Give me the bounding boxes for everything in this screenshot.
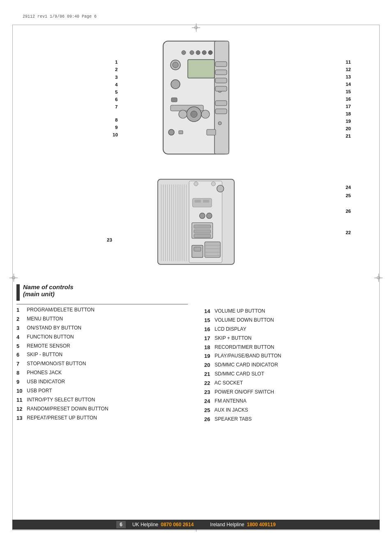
label-21: 21 [346,134,351,138]
control-label: SD/MMC CARD SLOT [213,371,264,378]
control-label: SKIP + BUTTON [213,335,251,342]
footer-left: 6 UK Helpline 0870 060 2614 [116,521,194,528]
control-number: 26 [204,416,213,423]
control-item: 9 USB INDICATOR [16,379,188,386]
control-label: USB PORT [25,388,52,394]
svg-point-44 [199,213,205,219]
controls-left: Name of controls (main unit) 1 PROGRAM/D… [16,283,188,425]
control-label: POWER ON/OFF SWITCH [213,389,274,396]
control-item: 19 PLAY/PAUSE/BAND BUTTON [204,353,376,360]
svg-point-57 [194,182,198,186]
control-item: 23 POWER ON/OFF SWITCH [204,389,376,396]
svg-rect-60 [195,200,201,203]
controls-right-list: 14 VOLUME UP BUTTON15 VOLUME DOWN BUTTON… [204,308,376,423]
label-20: 20 [346,126,351,131]
svg-point-58 [211,182,215,186]
label-23: 23 [107,237,112,242]
control-item: 3 ON/STAND BY BUTTON [16,325,188,332]
control-item: 17 SKIP + BUTTON [204,335,376,342]
svg-point-14 [191,111,197,117]
control-number: 20 [204,362,213,369]
label-1: 1 [115,60,118,64]
svg-point-16 [201,110,210,118]
svg-point-8 [173,62,178,68]
control-number: 24 [204,398,213,405]
control-item: 6 SKIP - BUTTON [16,352,188,359]
control-item: 24 FM ANTENNA [204,398,376,405]
control-item: 12 RANDOM/PRESET DOWN BUTTON [16,406,188,413]
ireland-helpline-number: 1800 409119 [247,522,276,527]
control-number: 11 [16,397,25,404]
svg-rect-11 [171,98,177,102]
label-19: 19 [346,119,351,124]
label-9: 9 [115,125,118,130]
control-item: 4 FUNCTION BUTTON [16,334,188,341]
device-front [151,37,241,160]
label-7: 7 [115,104,118,109]
control-number: 13 [16,415,25,422]
control-label: REMOTE SENSOR [25,343,70,350]
section-title-line2: (main unit) [23,290,74,297]
svg-rect-47 [194,225,211,228]
controls-right: 14 VOLUME UP BUTTON15 VOLUME DOWN BUTTON… [204,283,376,425]
footer-bar: 6 UK Helpline 0870 060 2614 Ireland Help… [12,520,380,530]
control-label: ON/STAND BY BUTTON [25,325,81,332]
divider [16,304,188,304]
control-item: 26 SPEAKER TABS [204,416,376,423]
controls-section: Name of controls (main unit) 1 PROGRAM/D… [16,283,376,425]
control-number: 21 [204,371,213,378]
control-label: SPEAKER TABS [213,416,252,423]
label-11: 11 [346,60,351,64]
svg-rect-59 [193,198,212,207]
content-wrapper: 1 2 3 4 5 6 7 8 9 10 11 12 13 14 15 16 1… [16,29,376,526]
label-12: 12 [346,67,351,72]
control-number: 10 [16,388,25,395]
svg-rect-23 [215,101,227,106]
svg-point-27 [218,122,221,125]
crosshair-right [374,274,383,282]
control-number: 2 [16,316,25,323]
control-number: 19 [204,353,213,360]
control-number: 25 [204,407,213,414]
device-back [151,168,241,275]
control-number: 7 [16,361,25,368]
control-number: 12 [16,406,25,413]
uk-helpline-number: 0870 060 2614 [161,522,194,527]
control-item: 11 INTRO/PTY SELECT BUTTON [16,397,188,404]
control-number: 3 [16,325,25,332]
svg-point-5 [202,51,206,55]
control-label: INTRO/PTY SELECT BUTTON [25,397,95,403]
svg-rect-19 [207,129,216,135]
control-number: 18 [204,344,213,351]
control-number: 5 [16,343,25,350]
svg-rect-22 [215,70,227,75]
svg-rect-61 [203,200,209,203]
control-label: LCD DISPLAY [213,326,246,333]
label-10: 10 [113,132,118,137]
control-item: 8 PHONES JACK [16,370,188,377]
svg-point-43 [217,185,224,192]
control-item: 21 SD/MMC CARD SLOT [204,371,376,378]
label-16: 16 [346,97,351,101]
svg-rect-24 [215,109,227,114]
control-label: FUNCTION BUTTON [25,334,74,341]
control-item: 20 SD/MMC CARD INDICATOR [204,362,376,369]
control-label: USB INDICATOR [25,379,65,385]
control-label: RECORD/TIMER BUTTON [213,344,274,351]
uk-helpline-label: UK Helpline [132,522,158,527]
svg-rect-1 [214,41,229,154]
control-number: 9 [16,379,25,386]
control-item: 1 PROGRAM/DELETE BUTTON [16,307,188,314]
label-22: 22 [346,230,351,235]
control-number: 16 [204,326,213,333]
control-label: SD/MMC CARD INDICATOR [213,362,278,368]
control-item: 7 STOP/MONO/ST BUTTON [16,361,188,368]
header-meta: 29112 rev1 1/9/06 09:40 Page 6 [23,14,97,19]
control-item: 13 REPEAT/PRESET UP BUTTON [16,415,188,422]
svg-rect-56 [194,247,201,251]
svg-point-17 [168,129,174,135]
svg-point-6 [208,51,212,55]
page-number: 6 [116,521,126,528]
control-label: REPEAT/PRESET UP BUTTON [25,415,97,421]
control-number: 8 [16,370,25,377]
